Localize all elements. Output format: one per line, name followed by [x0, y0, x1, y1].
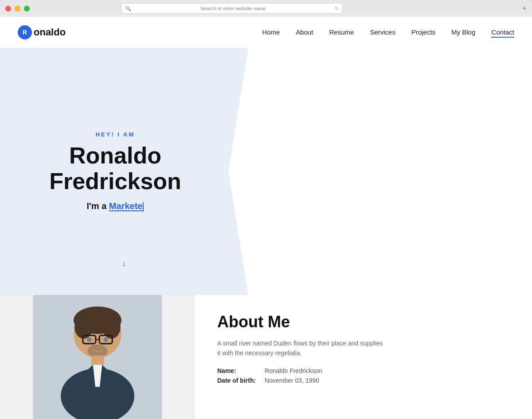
maximize-button[interactable]	[24, 6, 30, 12]
about-content: About Me A small river named Duden flows…	[195, 295, 532, 419]
nav-link-contact[interactable]: Contact	[491, 28, 514, 38]
nav-item-about[interactable]: About	[296, 28, 313, 36]
subtitle-typed: Markete	[109, 201, 143, 211]
svg-rect-12	[91, 356, 104, 365]
close-button[interactable]	[5, 6, 11, 12]
about-section: About Me A small river named Duden flows…	[0, 295, 532, 419]
hero-background: HEY! I AM Ronaldo Fredrickson I'm a Mark…	[0, 48, 248, 295]
about-title: About Me	[217, 313, 510, 331]
svg-point-9	[87, 337, 91, 341]
hero-subtitle: I'm a Markete	[0, 201, 231, 212]
about-description: A small river named Duden flows by their…	[217, 338, 386, 358]
website-content: R onaldo Home About Resume Services Proj…	[0, 17, 532, 419]
scroll-down-arrow[interactable]: ↓	[122, 259, 126, 268]
browser-titlebar: 🔍 Search or enter website name ↻ +	[0, 0, 532, 17]
nav-link-about[interactable]: About	[296, 28, 313, 36]
logo-text: onaldo	[34, 27, 66, 38]
nav-links: Home About Resume Services Projects My B…	[262, 28, 514, 36]
nav-item-home[interactable]: Home	[262, 28, 280, 36]
nav-item-projects[interactable]: Projects	[411, 28, 435, 36]
new-tab-button[interactable]: +	[522, 4, 527, 12]
browser-window: 🔍 Search or enter website name ↻ + R ona…	[0, 0, 532, 419]
about-details: Name: Ronaldo Fredrickson Date of birth:…	[217, 367, 510, 384]
person-photo	[0, 295, 195, 419]
search-icon: 🔍	[125, 6, 131, 12]
hero-content: HEY! I AM Ronaldo Fredrickson I'm a Mark…	[0, 131, 231, 211]
nav-link-myblog[interactable]: My Blog	[451, 28, 475, 36]
hero-name: Ronaldo Fredrickson	[0, 143, 231, 194]
detail-value-dob: November 03, 1990	[265, 377, 510, 384]
detail-label-name: Name:	[217, 367, 256, 374]
nav-item-contact[interactable]: Contact	[491, 28, 514, 36]
detail-label-dob: Date of birth:	[217, 377, 256, 384]
nav-link-projects[interactable]: Projects	[411, 28, 435, 36]
detail-value-name: Ronaldo Fredrickson	[265, 367, 510, 374]
logo-icon: R	[18, 25, 32, 39]
svg-point-10	[103, 337, 108, 341]
address-bar-text: Search or enter website name	[134, 6, 332, 11]
logo-link[interactable]: R onaldo	[18, 25, 66, 39]
minimize-button[interactable]	[15, 6, 20, 12]
nav-link-services[interactable]: Services	[370, 28, 395, 36]
typing-cursor	[143, 202, 144, 212]
subtitle-static: I'm a	[87, 201, 109, 211]
nav-item-myblog[interactable]: My Blog	[451, 28, 475, 36]
hero-section: HEY! I AM Ronaldo Fredrickson I'm a Mark…	[0, 48, 532, 295]
nav-link-resume[interactable]: Resume	[329, 28, 354, 36]
hero-right	[248, 48, 532, 295]
navigation: R onaldo Home About Resume Services Proj…	[0, 17, 532, 48]
refresh-icon[interactable]: ↻	[335, 6, 339, 12]
nav-item-services[interactable]: Services	[370, 28, 395, 36]
hey-label: HEY! I AM	[0, 131, 231, 138]
about-photo-wrapper	[0, 295, 195, 419]
address-bar[interactable]: 🔍 Search or enter website name ↻	[121, 3, 343, 14]
nav-link-home[interactable]: Home	[262, 28, 280, 36]
nav-item-resume[interactable]: Resume	[329, 28, 354, 36]
